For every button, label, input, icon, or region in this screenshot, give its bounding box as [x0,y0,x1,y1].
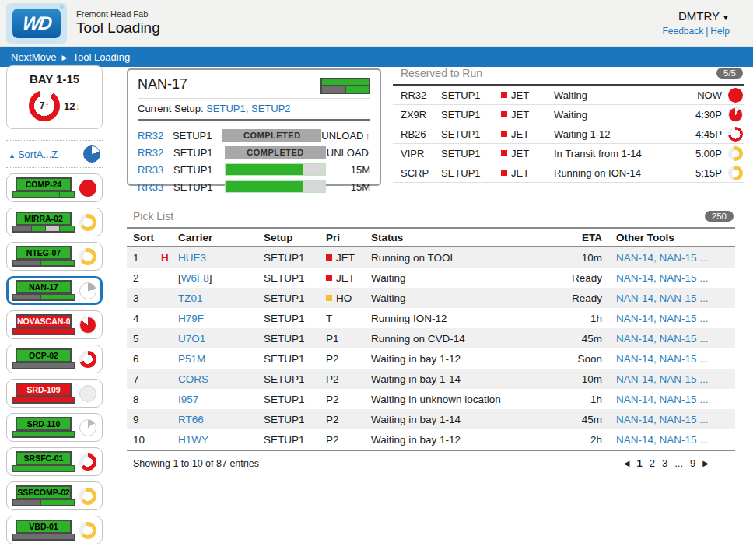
reserved-header: Reserved to Run 5/5 [393,65,744,86]
prev-page-icon[interactable]: ◀ [624,459,630,467]
sidebar-tool-nteg-07[interactable]: NTEG-07 [6,242,103,271]
pagination: ◀ 1 2 3 ... 9 ▶ [624,457,709,469]
table-row: 2 [W6F8] SETUP1 JET Waiting Ready NAN-14… [127,268,735,288]
sidebar-tool-srd-109[interactable]: SRD-109 [6,379,103,408]
tool-timer-pie-icon [79,351,96,368]
carrier-cell: RT66 [178,414,264,425]
feedback-link[interactable]: Feedback [662,26,703,37]
carrier-link[interactable]: HUE3 [178,252,206,264]
other-tools-link[interactable]: NAN-14, NAN-15 ... [602,333,735,345]
other-tools-link[interactable]: NAN-14, NAN-15 ... [602,394,735,405]
tool-status-widget: SRSFC-01 [12,451,75,473]
sort-value: 10 [127,434,161,446]
eta-pie-icon [728,127,743,142]
eta-pie-icon [728,107,743,122]
other-tools-link[interactable]: NAN-14, NAN-15 ... [602,353,735,365]
tool-loading-app: WD ® Fremont Head Fab Tool Loading DMTRY… [0,0,753,560]
sort-toggle-link[interactable]: ▲SortA...Z [9,149,58,160]
sidebar-tool-ocp-02[interactable]: OCP-02 [6,345,103,373]
detail-tool-name: NAN-17 [138,76,187,93]
column-header-sort[interactable]: Sort [127,232,161,243]
carrier-link[interactable]: CORS [178,373,208,385]
carrier-cell: CORS [178,373,264,385]
sort-value: 3 [127,292,161,304]
column-header-eta[interactable]: ETA [555,232,602,243]
tool-timer-pie-icon [79,488,96,505]
reserved-row[interactable]: VIPR SETUP1 JET In Transit from 1-14 5:0… [393,144,744,163]
carrier-link[interactable]: RR32 [138,147,173,159]
sidebar-tool-comp-24[interactable]: COMP-24 [6,173,103,202]
sort-value: 4 [127,313,161,324]
carrier-link[interactable]: RR33 [138,164,173,176]
page-9-button[interactable]: 9 [690,457,695,469]
carrier-link[interactable]: I957 [178,394,198,405]
sidebar-tool-vbd-01[interactable]: VBD-01 [6,516,103,544]
sidebar-tool-nan-17[interactable]: NAN-17 [6,276,103,305]
other-tools-link[interactable]: NAN-14, NAN-15 ... [602,272,735,284]
reserved-row[interactable]: SCRP SETUP1 JET Running on ION-14 5:15P [393,163,744,183]
carrier-link[interactable]: TZ01 [178,292,203,304]
eta-cell: 1h [555,313,602,324]
column-header-pri[interactable]: Pri [326,232,371,243]
reserved-row[interactable]: RR32 SETUP1 JET Waiting NOW [393,86,744,105]
current-setup-links[interactable]: SETUP1, SETUP2 [206,103,290,114]
priority-square-icon [326,275,332,281]
hot-lot-marker: H [161,252,178,264]
other-tools-link[interactable]: NAN-14, NAN-15 ... [602,252,735,264]
sort-value: 7 [127,373,161,385]
other-tools-link[interactable]: NAN-14, NAN-15 ... [602,292,735,304]
other-tools-link[interactable]: NAN-14, NAN-15 ... [602,373,735,385]
pick-list-header: Pick List 250 [127,208,735,227]
carrier-link[interactable]: U7O1 [178,333,205,345]
eta-text: 4:30P [685,109,722,121]
progress-bar [225,180,326,193]
sidebar-tool-novascan-07[interactable]: NOVASCAN-07 [6,310,103,339]
page-1-button[interactable]: 1 [637,457,643,469]
eta-cell: 10m [555,252,602,264]
column-header-carrier[interactable]: Carrier [178,232,264,243]
page-2-button[interactable]: 2 [650,457,655,469]
carrier-link[interactable]: H1WY [178,434,208,446]
column-header-setup[interactable]: Setup [264,232,326,243]
carrier-link[interactable]: RT66 [178,414,204,425]
status-cell: Waiting in bay 1-14 [371,414,555,425]
other-tools-link[interactable]: NAN-14, NAN-15 ... [602,434,735,446]
tool-timer-pie-icon [79,453,96,471]
setup-label: SETUP1 [441,148,501,159]
carrier-id: RR32 [401,89,441,101]
carrier-link[interactable]: RR33 [138,181,173,193]
reserved-row[interactable]: ZX9R SETUP1 JET Waiting 4:30P [393,105,744,124]
bay-summary-card[interactable]: BAY 1-15 7↑ 12↓ [6,65,103,129]
sort-pie-icon[interactable] [83,145,100,163]
next-page-icon[interactable]: ▶ [702,459,709,467]
setup-cell: SETUP1 [264,373,326,385]
breadcrumb-root-link[interactable]: NextMove [11,51,57,63]
column-header-other-tools[interactable]: Other Tools [602,232,735,243]
carrier-link[interactable]: P51M [178,353,205,365]
page-3-button[interactable]: 3 [662,457,667,469]
tool-slot-bar [12,328,75,335]
reserved-row[interactable]: RB26 SETUP1 JET Waiting 1-12 4:45P [393,124,744,144]
user-name: DMTRY [678,9,720,23]
sidebar-tool-srd-110[interactable]: SRD-110 [6,413,103,442]
tool-status-widget: SSECOMP-02 [12,485,75,507]
user-menu-button[interactable]: DMTRY▼ [662,9,730,23]
sidebar-tool-srsfc-01[interactable]: SRSFC-01 [6,447,103,476]
other-tools-link[interactable]: NAN-14, NAN-15 ... [602,414,735,425]
help-link[interactable]: Help [710,26,730,37]
eta-cell: 10m [555,373,602,385]
breadcrumb: NextMove ▶ Tool Loading [0,47,753,67]
column-header-status[interactable]: Status [371,232,555,243]
sort-ascending-icon: ▲ [9,152,16,159]
arrow-down-icon: ↓ [75,100,80,112]
sidebar-tool-mirra-02[interactable]: MIRRA-02 [6,208,103,236]
carrier-link[interactable]: W6F8 [181,272,209,284]
setup-cell: SETUP1 [264,434,326,446]
carrier-link[interactable]: RR32 [138,130,173,142]
sidebar-tool-ssecomp-02[interactable]: SSECOMP-02 [6,481,103,510]
other-tools-link[interactable]: NAN-14, NAN-15 ... [602,313,735,324]
carrier-link[interactable]: H79F [178,313,204,324]
unload-label: UNLOAD↑ [321,130,370,142]
page-title: Tool Loading [76,19,160,37]
status-cell: Waiting in bay 1-12 [371,353,555,365]
